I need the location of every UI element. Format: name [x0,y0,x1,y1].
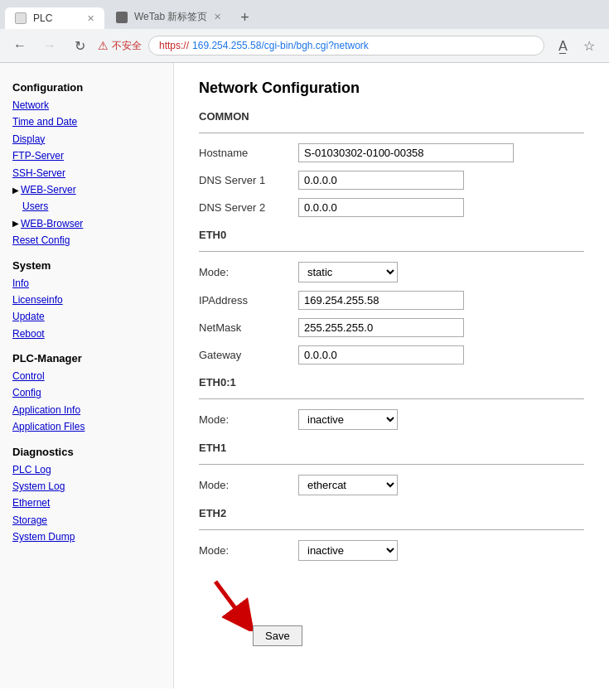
page-wrapper: Configuration Network Time and Date Disp… [0,63,609,688]
webbrowser-arrow: ▶ [12,219,19,228]
sidebar-link-licenseinfo[interactable]: Licenseinfo [12,292,161,308]
sidebar-link-control[interactable]: Control [12,368,161,384]
eth0-mode-label: Mode: [199,266,298,278]
sidebar-link-plclog[interactable]: PLC Log [12,461,161,478]
sidebar-link-info[interactable]: Info [12,275,161,292]
svg-marker-2 [228,606,253,625]
eth01-mode-label: Mode: [199,413,298,426]
dns2-input[interactable] [298,198,464,217]
new-tab-button[interactable]: + [233,6,256,29]
eth2-divider [199,529,584,530]
page-title: Network Configuration [199,80,584,97]
sidebar-link-reboot[interactable]: Reboot [12,326,161,342]
ipaddress-input[interactable] [298,291,464,310]
hostname-input[interactable] [298,143,514,162]
eth2-mode-row: Mode: inactive static dhcp ethercat [199,540,584,561]
eth2-section-label: ETH2 [199,507,584,519]
netmask-row: NetMask [199,318,584,337]
sidebar-link-appinfo[interactable]: Application Info [12,402,161,418]
plcmanager-section-title: PLC-Manager [12,352,161,364]
save-section: Save [199,577,584,635]
sidebar-link-network[interactable]: Network [12,97,161,113]
hostname-label: Hostname [199,147,298,159]
sidebar-link-resetconfig[interactable]: Reset Config [12,232,161,249]
tab-wetab-icon [116,12,128,23]
bookmark-icon[interactable]: ☆ [578,34,601,57]
sidebar-link-config[interactable]: Config [12,384,161,401]
eth0-section-label: ETH0 [199,229,584,241]
gateway-row: Gateway [199,345,584,364]
main-content: Network Configuration COMMON Hostname DN… [174,63,609,688]
common-section-label: COMMON [199,110,584,123]
tab-plc[interactable]: PLC ✕ [5,7,104,29]
gateway-input[interactable] [298,345,464,364]
sidebar-link-timedate[interactable]: Time and Date [12,113,161,130]
eth1-section-label: ETH1 [199,442,584,454]
sidebar: Configuration Network Time and Date Disp… [0,63,174,688]
sidebar-link-syslog[interactable]: System Log [12,478,161,495]
system-section-title: System [12,259,161,272]
eth2-mode-select[interactable]: inactive static dhcp ethercat [298,540,398,561]
netmask-input[interactable] [298,318,464,337]
url-protocol: https:// [159,40,189,51]
red-arrow-icon [199,577,273,631]
netmask-label: NetMask [199,321,298,334]
url-path: 169.254.255.58/cgi-bin/bgh.cgi?network [192,40,369,51]
sidebar-webbrowser-item: ▶ WEB-Browser [12,215,161,232]
sidebar-link-users[interactable]: Users [12,198,161,215]
sidebar-link-ftpserver[interactable]: FTP-Server [12,147,161,164]
security-warning: ⚠ 不安全 [98,39,142,53]
back-button[interactable]: ← [8,34,31,57]
gateway-label: Gateway [199,349,298,361]
reload-button[interactable]: ↻ [68,34,91,57]
tab-wetab[interactable]: WeTab 新标签页 ✕ [106,5,231,29]
url-bar[interactable]: https://169.254.255.58/cgi-bin/bgh.cgi?n… [148,36,544,56]
browser-chrome: PLC ✕ WeTab 新标签页 ✕ + ← → ↻ ⚠ 不安全 https:/… [0,0,609,63]
dns2-label: DNS Server 2 [199,201,298,214]
dns1-input[interactable] [298,171,464,190]
hostname-row: Hostname [199,143,584,162]
sidebar-link-sysdump[interactable]: System Dump [12,529,161,545]
tab-wetab-label: WeTab 新标签页 [134,10,207,24]
toolbar-icons: A̲ ☆ [551,34,601,57]
eth0-mode-select[interactable]: static dhcp inactive [298,262,398,282]
eth01-divider [199,398,584,399]
eth2-mode-label: Mode: [199,544,298,557]
dns2-row: DNS Server 2 [199,198,584,217]
diagnostics-section-title: Diagnostics [12,446,161,458]
eth1-mode-label: Mode: [199,479,298,491]
eth01-mode-select[interactable]: inactive static dhcp [298,409,398,430]
sidebar-link-ethernet[interactable]: Ethernet [12,495,161,511]
sidebar-link-webserver[interactable]: WEB-Server [21,181,76,198]
tab-plc-close[interactable]: ✕ [87,13,94,24]
eth1-divider [199,464,584,465]
eth1-mode-select[interactable]: ethercat static dhcp inactive [298,475,398,495]
sidebar-link-webbrowser[interactable]: WEB-Browser [21,215,83,232]
eth0-mode-row: Mode: static dhcp inactive [199,262,584,282]
eth01-section-label: ETH0:1 [199,376,584,389]
dns1-label: DNS Server 1 [199,174,298,186]
tab-plc-label: PLC [33,12,52,24]
translate-icon[interactable]: A̲ [551,34,574,57]
eth0-divider [199,251,584,252]
ipaddress-row: IPAddress [199,291,584,310]
sidebar-link-appfiles[interactable]: Application Files [12,418,161,435]
sidebar-link-display[interactable]: Display [12,131,161,147]
security-label: 不安全 [112,39,142,53]
eth01-mode-row: Mode: inactive static dhcp [199,409,584,430]
sidebar-link-storage[interactable]: Storage [12,512,161,529]
tab-wetab-close[interactable]: ✕ [214,12,221,22]
warning-icon: ⚠ [98,39,109,52]
eth1-mode-row: Mode: ethercat static dhcp inactive [199,475,584,495]
common-divider [199,133,584,133]
save-button[interactable]: Save [253,625,302,646]
sidebar-link-sshserver[interactable]: SSH-Server [12,165,161,181]
tab-bar: PLC ✕ WeTab 新标签页 ✕ + [0,0,609,29]
dns1-row: DNS Server 1 [199,171,584,190]
address-bar: ← → ↻ ⚠ 不安全 https://169.254.255.58/cgi-b… [0,29,609,62]
sidebar-link-update[interactable]: Update [12,308,161,325]
webserver-arrow: ▶ [12,186,19,195]
tab-plc-icon [15,12,27,24]
ipaddress-label: IPAddress [199,294,298,307]
forward-button[interactable]: → [38,34,61,57]
